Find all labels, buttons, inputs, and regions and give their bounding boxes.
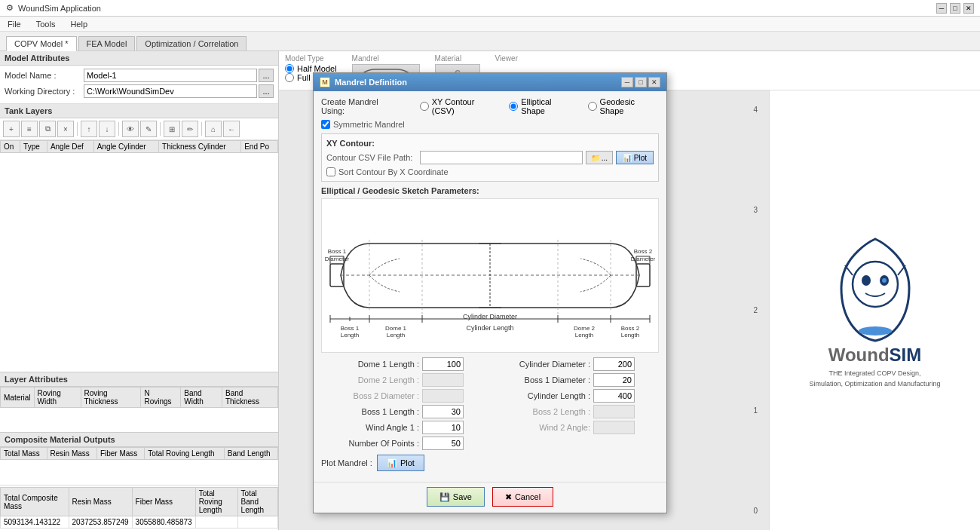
close-button[interactable]: ✕	[963, 3, 974, 14]
delete-layer-button[interactable]: ×	[57, 121, 74, 137]
totals-cell	[237, 516, 277, 528]
layer-attributes-header: Layer Attributes	[0, 372, 278, 387]
home-button[interactable]: ⌂	[205, 121, 222, 137]
symmetric-mandrel-checkbox[interactable]	[321, 120, 330, 129]
geodesic-label: Geodesic Shape	[600, 97, 659, 115]
params-grid: Dome 1 Length : Cylinder Diameter : Dome…	[321, 357, 659, 450]
tank-layers-col-on: On	[1, 141, 20, 153]
svg-text:Boss 1: Boss 1	[328, 248, 347, 255]
geodesic-radio[interactable]	[588, 102, 597, 111]
menu-file[interactable]: File	[5, 18, 24, 30]
layer-attributes-table-container[interactable]: MaterialRoving WidthRoving ThicknessN Ro…	[0, 387, 278, 432]
totals-col: Total Band Length	[237, 488, 277, 516]
layers-button[interactable]: ≡	[21, 121, 38, 137]
composite-totals-container: Total Composite MassResin MassFiber Mass…	[0, 485, 278, 530]
table-button[interactable]: ⊞	[164, 121, 180, 137]
elliptical-radio[interactable]	[509, 102, 518, 111]
working-dir-input[interactable]	[84, 84, 257, 98]
plot-mandrel-button[interactable]: 📊 Plot	[377, 455, 424, 471]
app-title: WoundSim Application	[18, 4, 101, 13]
half-model-radio[interactable]	[285, 64, 294, 73]
contour-csv-label: Contour CSV File Path:	[326, 153, 417, 162]
composite-outputs-section: Composite Material Outputs Total MassRes…	[0, 432, 278, 530]
svg-text:Diameter: Diameter	[325, 256, 350, 262]
wind-angle1-input[interactable]	[422, 421, 464, 434]
edit-button[interactable]: ✎	[140, 121, 157, 137]
modal-title-icon: M	[320, 77, 330, 87]
back-button[interactable]: ←	[223, 121, 240, 137]
layer-attr-col-material: Material	[1, 388, 35, 408]
elliptical-radio-label[interactable]: Elliptical Shape	[509, 97, 575, 115]
working-dir-browse-button[interactable]: ...	[259, 84, 274, 98]
xy-csv-radio-label[interactable]: XY Contour (CSV)	[420, 97, 497, 115]
mandrel-diagram: Boss 1 Diameter Boss 2 Diameter Cylinder…	[321, 198, 659, 353]
move-down-button[interactable]: ↓	[99, 121, 115, 137]
full-model-radio[interactable]	[285, 73, 294, 82]
plot-icon: 📊	[623, 154, 632, 162]
layer-attr-col-roving-thickness: Roving Thickness	[81, 388, 141, 408]
material-label: Material	[435, 54, 480, 63]
svg-text:Dome 1: Dome 1	[385, 325, 407, 332]
layer-attr-col-n-rovings: N Rovings	[141, 388, 181, 408]
dome2-length-row: Dome 2 Length :	[321, 373, 488, 387]
tank-layers-table-container[interactable]: OnTypeAngle DefAngle CylinderThickness C…	[0, 140, 278, 372]
tab-fea-model[interactable]: FEA Model	[78, 36, 136, 51]
move-up-button[interactable]: ↑	[81, 121, 97, 137]
composite-outputs-table-container[interactable]: Total MassResin MassFiber MassTotal Rovi…	[0, 447, 278, 485]
totals-col: Resin Mass	[69, 488, 132, 516]
sort-row: Sort Contour By X Coordinate	[326, 167, 654, 176]
sort-contour-checkbox[interactable]	[326, 167, 335, 176]
pencil-button[interactable]: ✏	[182, 121, 198, 137]
minimize-button[interactable]: ─	[936, 3, 947, 14]
view-button[interactable]: 👁	[122, 121, 139, 137]
svg-line-4	[845, 265, 853, 275]
copy-layer-button[interactable]: ⧉	[39, 121, 56, 137]
modal-restore-button[interactable]: □	[635, 77, 647, 87]
svg-text:Length: Length	[621, 332, 639, 339]
boss1-length-row: Boss 1 Length :	[321, 405, 488, 418]
menu-help[interactable]: Help	[67, 18, 90, 30]
viewer-group: Viewer	[495, 54, 518, 64]
contour-browse-button[interactable]: 📁 ...	[586, 151, 613, 164]
xy-csv-radio[interactable]	[420, 102, 429, 111]
dome1-length-input[interactable]	[422, 357, 464, 371]
sep2	[118, 122, 119, 136]
boss1-diameter-input[interactable]	[593, 373, 635, 387]
model-type-label: Model Type	[285, 54, 337, 63]
contour-csv-input[interactable]	[420, 151, 583, 164]
add-layer-button[interactable]: +	[3, 121, 20, 137]
dome1-length-label: Dome 1 Length :	[321, 360, 419, 369]
cylinder-length-input[interactable]	[593, 389, 635, 403]
modal-close-button[interactable]: ✕	[648, 77, 660, 87]
composite-summary-table: Total MassResin MassFiber MassTotal Rovi…	[0, 447, 278, 460]
cylinder-length-row: Cylinder Length :	[492, 389, 659, 403]
layer-attributes-table: MaterialRoving WidthRoving ThicknessN Ro…	[0, 387, 278, 408]
model-name-browse-button[interactable]: ...	[259, 69, 274, 82]
y-axis-3: 3	[753, 206, 758, 214]
tank-layers-col-type: Type	[20, 141, 47, 153]
save-button[interactable]: 💾 Save	[427, 487, 485, 507]
model-name-input[interactable]	[84, 69, 257, 82]
num-points-row: Number Of Points :	[321, 437, 488, 450]
cylinder-diameter-input[interactable]	[593, 357, 635, 371]
totals-cell: 5093134.143122	[1, 516, 69, 528]
layer-attr-col-band-thickness: Band Thickness	[222, 388, 277, 408]
svg-text:Length: Length	[575, 332, 593, 339]
num-points-input[interactable]	[422, 437, 464, 450]
blank-param	[492, 437, 659, 450]
contour-plot-button[interactable]: 📊 Plot	[616, 151, 654, 164]
cancel-button[interactable]: ✖ Cancel	[492, 487, 553, 507]
composite-col-fiber-mass: Fiber Mass	[96, 448, 144, 460]
tab-optimization[interactable]: Optimization / Correlation	[136, 36, 247, 51]
boss1-length-input[interactable]	[422, 405, 464, 418]
restore-button[interactable]: □	[950, 3, 960, 14]
composite-col-resin-mass: Resin Mass	[47, 448, 96, 460]
boss2-length-row: Boss 2 Length :	[492, 405, 659, 418]
geodesic-radio-label[interactable]: Geodesic Shape	[588, 97, 659, 115]
menu-tools[interactable]: Tools	[33, 18, 59, 30]
tab-copv-model[interactable]: COPV Model *	[6, 36, 77, 51]
wind-angle1-label: Wind Angle 1 :	[321, 423, 419, 432]
modal-minimize-button[interactable]: ─	[621, 77, 633, 87]
dome2-length-label: Dome 2 Length :	[321, 375, 419, 384]
composite-col-band-length: Band Length	[224, 448, 277, 460]
